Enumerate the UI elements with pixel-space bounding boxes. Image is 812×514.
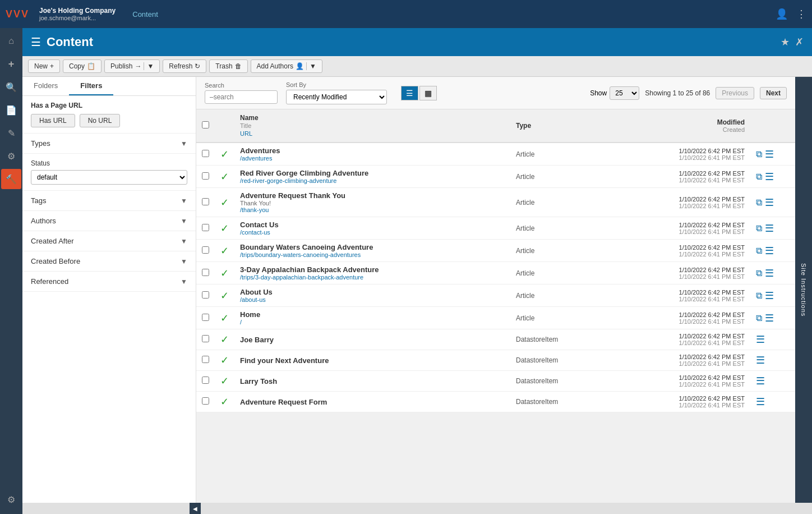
- status-check-11: ✓: [220, 396, 229, 407]
- sidebar-gear-bottom[interactable]: ⚙: [1, 489, 21, 510]
- user-settings-icon[interactable]: ⋮: [796, 8, 806, 20]
- item-url-7[interactable]: /: [240, 319, 505, 325]
- item-type-0: Article: [510, 143, 608, 166]
- menu-icon-11[interactable]: ☰: [756, 396, 765, 408]
- external-link-icon-2[interactable]: ⧉: [756, 198, 762, 208]
- row-checkbox-7[interactable]: [202, 314, 209, 321]
- row-checkbox-9[interactable]: [202, 356, 209, 363]
- item-url-6[interactable]: /about-us: [240, 296, 505, 303]
- nav-content[interactable]: Content: [132, 10, 158, 19]
- table-row: ✓Home/Article1/10/2022 6:42 PM EST1/10/2…: [196, 307, 795, 329]
- star-icon[interactable]: ★: [781, 36, 790, 48]
- sort-select[interactable]: Recently Modified Name Created Date Modi…: [286, 90, 387, 104]
- sidebar-edit[interactable]: ✎: [1, 123, 21, 143]
- sidebar-add[interactable]: +: [1, 54, 21, 74]
- menu-icon-7[interactable]: ☰: [765, 312, 774, 324]
- has-url-button[interactable]: Has URL: [31, 114, 75, 127]
- row-checkbox-6[interactable]: [202, 291, 209, 299]
- row-checkbox-11[interactable]: [202, 397, 209, 405]
- publish-button[interactable]: Publish → ▼: [104, 59, 160, 73]
- created-after-section[interactable]: Created After ▼: [22, 231, 196, 251]
- tab-filters[interactable]: Filters: [69, 77, 113, 95]
- item-url-2[interactable]: /thank-you: [240, 206, 505, 213]
- tab-folders[interactable]: Folders: [22, 77, 69, 95]
- menu-icon-3[interactable]: ☰: [765, 222, 774, 235]
- external-link-icon-3[interactable]: ⧉: [756, 223, 762, 233]
- list-view-button[interactable]: ☰: [401, 86, 418, 100]
- no-url-button[interactable]: No URL: [80, 114, 121, 127]
- item-url-1[interactable]: /red-river-gorge-climbing-adventure: [240, 177, 505, 184]
- external-link-icon-1[interactable]: ⧉: [756, 172, 762, 182]
- trash-button[interactable]: Trash 🗑: [209, 59, 247, 73]
- item-name-5: 3-Day Appalachian Backpack Adventure: [240, 265, 505, 274]
- sidebar-settings[interactable]: ⚙: [1, 146, 21, 166]
- item-type-6: Article: [510, 284, 608, 307]
- item-name-7: Home: [240, 310, 505, 319]
- row-checkbox-2[interactable]: [202, 198, 209, 205]
- copy-label: Copy: [69, 62, 85, 70]
- collapse-arrow[interactable]: ◀: [190, 503, 201, 514]
- table-row: ✓Larry ToshDatastoreItem1/10/2022 6:42 P…: [196, 371, 795, 392]
- external-link-icon-4[interactable]: ⧉: [756, 246, 762, 256]
- item-name-3: Contact Us: [240, 221, 505, 229]
- item-title-2: Thank You!: [240, 200, 505, 206]
- menu-icon-5[interactable]: ☰: [765, 267, 774, 279]
- status-check-2: ✓: [220, 197, 229, 208]
- item-dates-4: 1/10/2022 6:42 PM EST1/10/2022 6:41 PM E…: [608, 240, 750, 262]
- sidebar-wrench[interactable]: 🔨: [1, 169, 21, 189]
- logo-icon3: V: [21, 8, 28, 20]
- item-actions-0: ⧉☰: [750, 143, 795, 166]
- row-checkbox-8[interactable]: [202, 335, 209, 342]
- next-button[interactable]: Next: [760, 87, 787, 99]
- item-url-3[interactable]: /contact-us: [240, 229, 505, 236]
- row-checkbox-1[interactable]: [202, 172, 209, 180]
- authors-section[interactable]: Authors ▼: [22, 211, 196, 231]
- menu-icon-8[interactable]: ☰: [756, 333, 765, 346]
- referenced-section[interactable]: Referenced ▼: [22, 272, 196, 292]
- menu-icon-9[interactable]: ☰: [756, 354, 765, 366]
- menu-icon-0[interactable]: ☰: [765, 148, 774, 160]
- select-all-checkbox[interactable]: [202, 121, 209, 128]
- row-checkbox-3[interactable]: [202, 224, 209, 231]
- types-section[interactable]: Types ▼: [22, 134, 196, 154]
- external-link-icon-0[interactable]: ⧉: [756, 149, 762, 159]
- menu-icon-4[interactable]: ☰: [765, 245, 774, 257]
- menu-icon-10[interactable]: ☰: [756, 375, 765, 387]
- sidebar-document[interactable]: 📄: [1, 100, 21, 120]
- row-checkbox-0[interactable]: [202, 150, 209, 157]
- search-input[interactable]: [205, 90, 278, 104]
- menu-icon-1[interactable]: ☰: [765, 171, 774, 183]
- copy-button[interactable]: Copy 📋: [63, 59, 101, 73]
- sidebar-search[interactable]: 🔍: [1, 77, 21, 97]
- show-select[interactable]: 25 10 50 100: [610, 86, 639, 100]
- previous-button[interactable]: Previous: [716, 87, 754, 99]
- status-select[interactable]: default published draft: [31, 170, 187, 185]
- tags-section[interactable]: Tags ▼: [22, 191, 196, 211]
- sidebar-home[interactable]: ⌂: [1, 31, 21, 51]
- row-checkbox-5[interactable]: [202, 269, 209, 276]
- item-actions-6: ⧉☰: [750, 284, 795, 307]
- site-instructions-sidebar[interactable]: Site Instructions: [795, 77, 812, 503]
- item-name-1: Red River Gorge Climbing Adventure: [240, 169, 505, 177]
- menu-icon-6[interactable]: ☰: [765, 290, 774, 302]
- row-checkbox-4[interactable]: [202, 246, 209, 254]
- item-url-4[interactable]: /trips/boundary-waters-canoeing-adventur…: [240, 251, 505, 258]
- created-before-section[interactable]: Created Before ▼: [22, 251, 196, 272]
- item-url-5[interactable]: /trips/3-day-appalachian-backpack-advent…: [240, 274, 505, 281]
- item-dates-11: 1/10/2022 6:42 PM EST1/10/2022 6:41 PM E…: [608, 392, 750, 412]
- external-link-icon-6[interactable]: ⧉: [756, 291, 762, 301]
- new-button[interactable]: New +: [28, 59, 60, 73]
- row-checkbox-10[interactable]: [202, 377, 209, 384]
- external-link-icon-7[interactable]: ⧉: [756, 313, 762, 323]
- refresh-button[interactable]: Refresh ↻: [163, 59, 206, 73]
- user-icon[interactable]: 👤: [776, 8, 788, 20]
- status-check-3: ✓: [220, 223, 229, 234]
- add-authors-button[interactable]: Add Authors 👤 ▼: [251, 59, 322, 73]
- close-icon[interactable]: ✗: [795, 36, 804, 48]
- grid-view-button[interactable]: ▦: [419, 86, 437, 100]
- status-check-4: ✓: [220, 245, 229, 256]
- menu-icon-2[interactable]: ☰: [765, 196, 774, 209]
- page-header-icon: ☰: [31, 35, 41, 49]
- item-url-0[interactable]: /adventures: [240, 155, 505, 162]
- external-link-icon-5[interactable]: ⧉: [756, 268, 762, 278]
